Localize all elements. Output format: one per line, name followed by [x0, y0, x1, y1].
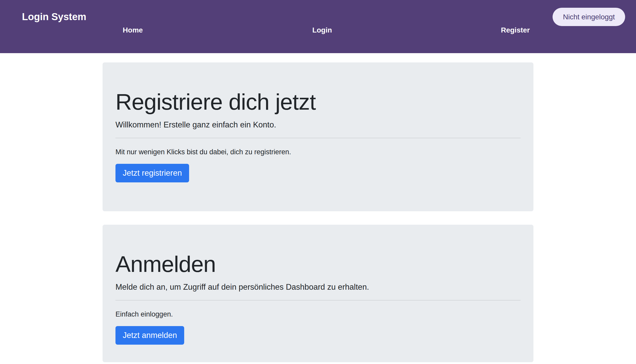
nav-item-register[interactable]: Register [501, 26, 530, 34]
nav-item-home[interactable]: Home [123, 26, 143, 34]
brand-link[interactable]: Login System [22, 11, 86, 22]
navbar: Login System Home Login Register Nicht e… [0, 0, 636, 53]
login-card-title: Anmelden [115, 250, 521, 278]
main-content: Registriere dich jetzt Willkommen! Erste… [103, 62, 533, 362]
register-now-button[interactable]: Jetzt registrieren [115, 164, 189, 183]
login-card-divider [115, 300, 521, 301]
login-card-lead: Melde dich an, um Zugriff auf dein persö… [115, 281, 521, 293]
register-card: Registriere dich jetzt Willkommen! Erste… [103, 62, 533, 211]
register-card-divider [115, 138, 521, 138]
register-card-lead: Willkommen! Erstelle ganz einfach ein Ko… [115, 119, 521, 131]
register-card-title: Registriere dich jetzt [115, 88, 521, 116]
login-status-badge: Nicht eingeloggt [553, 8, 625, 26]
login-card: Anmelden Melde dich an, um Zugriff auf d… [103, 225, 533, 362]
login-now-button[interactable]: Jetzt anmelden [115, 326, 184, 345]
nav-item-login[interactable]: Login [312, 26, 332, 34]
login-card-body-text: Einfach einloggen. [115, 309, 521, 320]
register-card-body-text: Mit nur wenigen Klicks bist du dabei, di… [115, 147, 521, 157]
